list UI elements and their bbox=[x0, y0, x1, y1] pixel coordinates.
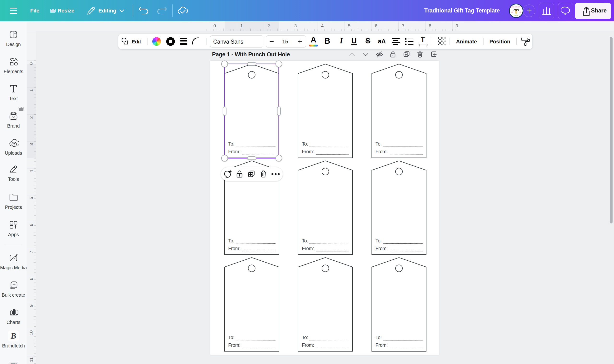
svg-text:That Creative: That Creative bbox=[511, 6, 522, 8]
svg-text:Nerd: Nerd bbox=[514, 14, 518, 16]
svg-text:co: co bbox=[12, 115, 15, 119]
svg-text:B: B bbox=[11, 331, 16, 340]
